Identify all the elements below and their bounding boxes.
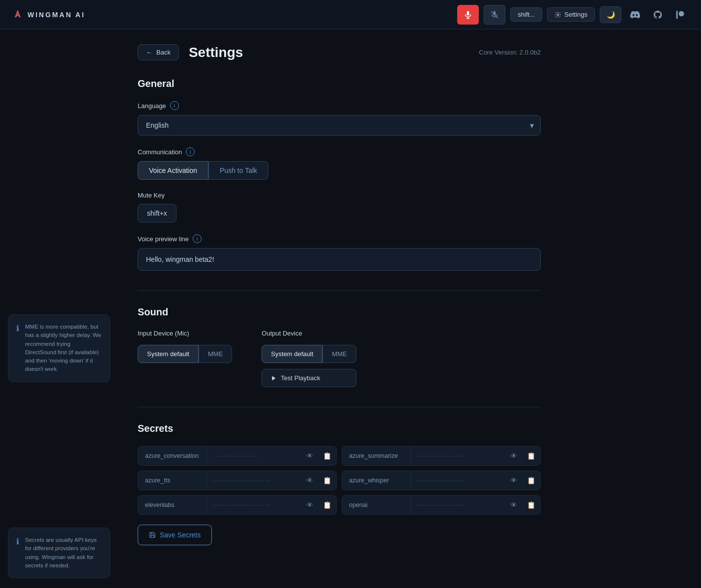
svg-marker-10 xyxy=(272,376,276,380)
logo-text: WINGMAN AI xyxy=(28,11,85,19)
theme-toggle[interactable]: 🌙 xyxy=(600,6,621,23)
shortcut-button[interactable]: shift... xyxy=(510,7,542,22)
communication-info-icon[interactable]: i xyxy=(186,147,195,156)
secret-eye-elevenlabs[interactable]: 👁 xyxy=(301,496,318,514)
secret-copy-openai[interactable]: 📋 xyxy=(522,496,540,514)
sound-devices-grid: Input Device (Mic) System default MME Ou… xyxy=(138,330,541,387)
output-device-label: Output Device xyxy=(262,330,356,337)
input-device-col: Input Device (Mic) System default MME xyxy=(138,330,232,387)
secret-copy-azure-tts[interactable]: 📋 xyxy=(318,471,336,490)
settings-label: Settings xyxy=(564,11,587,18)
voice-preview-label: Voice preview line i xyxy=(138,234,541,243)
mute-key-field-group: Mute Key shift+x xyxy=(138,192,541,223)
secrets-grid: azure_conversation ·················· 👁 … xyxy=(138,446,541,515)
input-system-default-button[interactable]: System default xyxy=(138,345,199,363)
mute-key-label: Mute Key xyxy=(138,192,541,199)
push-to-talk-button[interactable]: Push to Talk xyxy=(208,161,268,180)
secret-row-openai: openai ·················· 👁 📋 xyxy=(342,495,541,515)
output-device-col: Output Device System default MME Test Pl… xyxy=(262,330,356,387)
save-icon xyxy=(149,532,156,538)
version-text: Core Version: 2.0.0b2 xyxy=(479,49,541,56)
svg-rect-2 xyxy=(467,11,469,15)
language-field-group: Language i English ▾ xyxy=(138,101,541,136)
github-icon xyxy=(653,10,663,20)
sound-section-title: Sound xyxy=(138,307,541,318)
secrets-section: Secrets azure_conversation ·············… xyxy=(138,423,541,545)
secret-key-openai: openai xyxy=(342,496,411,514)
sound-section: Sound Input Device (Mic) System default … xyxy=(138,307,541,387)
secret-row-azure-summarize: azure_summarize ·················· 👁 📋 xyxy=(342,446,541,466)
mic-icon xyxy=(464,10,472,19)
secret-row-elevenlabs: elevenlabs ······················ 👁 📋 xyxy=(138,495,337,515)
sound-tooltip-text: MME is more compatible, but has a slight… xyxy=(25,323,102,374)
secret-copy-azure-conversation[interactable]: 📋 xyxy=(318,447,336,465)
secret-key-elevenlabs: elevenlabs xyxy=(138,496,207,514)
theme-icon: 🌙 xyxy=(607,11,615,19)
secret-dots-azure-tts: ······················ xyxy=(207,471,301,490)
voice-preview-field-group: Voice preview line i xyxy=(138,234,541,271)
secrets-tooltip-icon: ℹ xyxy=(16,537,19,546)
output-mme-button[interactable]: MME xyxy=(322,345,356,363)
mute-button[interactable] xyxy=(484,5,505,25)
header-controls: shift... Settings 🌙 xyxy=(457,5,689,25)
back-label: Back xyxy=(156,49,171,56)
communication-label: Communication i xyxy=(138,147,541,156)
discord-icon xyxy=(630,10,640,20)
secret-eye-azure-conversation[interactable]: 👁 xyxy=(301,447,318,465)
play-icon xyxy=(271,375,277,381)
svg-point-7 xyxy=(557,14,559,16)
secret-row-azure-conversation: azure_conversation ·················· 👁 … xyxy=(138,446,337,466)
communication-toggle-group: Voice Activation Push to Talk xyxy=(138,161,541,180)
discord-button[interactable] xyxy=(626,6,644,24)
secret-eye-azure-whisper[interactable]: 👁 xyxy=(505,471,522,490)
input-device-toggle-group: System default MME xyxy=(138,345,232,363)
sound-tooltip-card: ℹ MME is more compatible, but has a slig… xyxy=(8,314,110,382)
settings-button[interactable]: Settings xyxy=(547,7,595,22)
voice-activation-button[interactable]: Voice Activation xyxy=(138,161,208,180)
sound-secrets-divider xyxy=(138,407,541,407)
secret-copy-azure-summarize[interactable]: 📋 xyxy=(522,447,540,465)
logo: WINGMAN AI xyxy=(12,9,451,21)
logo-icon xyxy=(12,9,24,21)
secret-key-azure-tts: azure_tts xyxy=(138,471,207,490)
language-label: Language i xyxy=(138,101,541,110)
secret-dots-azure-whisper: ·················· xyxy=(411,471,505,490)
main-layout: ℹ MME is more compatible, but has a slig… xyxy=(0,29,701,588)
secret-key-azure-summarize: azure_summarize xyxy=(342,447,411,465)
general-sound-divider xyxy=(138,290,541,291)
settings-content: ← Back Settings Core Version: 2.0.0b2 Ge… xyxy=(118,29,560,588)
page-title: Settings xyxy=(189,45,243,60)
secret-row-azure-tts: azure_tts ······················ 👁 📋 xyxy=(138,471,337,490)
back-button[interactable]: ← Back xyxy=(138,44,179,60)
secret-dots-azure-summarize: ·················· xyxy=(411,447,505,465)
sidebar: ℹ MME is more compatible, but has a slig… xyxy=(0,29,118,588)
secret-copy-elevenlabs[interactable]: 📋 xyxy=(318,496,336,514)
secret-dots-elevenlabs: ······················ xyxy=(207,496,301,514)
secrets-tooltip-card: ℹ Secrets are usually API keys for diffe… xyxy=(8,528,110,578)
header: WINGMAN AI shift... Settings xyxy=(0,0,701,29)
input-mme-button[interactable]: MME xyxy=(199,345,232,363)
save-secrets-label: Save Secrets xyxy=(160,531,201,539)
svg-rect-9 xyxy=(676,10,678,19)
github-button[interactable] xyxy=(649,6,667,24)
microphone-button[interactable] xyxy=(457,5,479,25)
output-system-default-button[interactable]: System default xyxy=(262,345,322,363)
save-secrets-button[interactable]: Save Secrets xyxy=(138,525,212,545)
secrets-section-title: Secrets xyxy=(138,423,541,434)
secrets-tooltip-text: Secrets are usually API keys for differe… xyxy=(25,536,102,570)
page-title-group: ← Back Settings xyxy=(138,44,243,60)
input-device-label: Input Device (Mic) xyxy=(138,330,232,337)
secret-eye-azure-summarize[interactable]: 👁 xyxy=(505,447,522,465)
communication-field-group: Communication i Voice Activation Push to… xyxy=(138,147,541,180)
test-playback-button[interactable]: Test Playback xyxy=(262,369,356,387)
language-select[interactable]: English xyxy=(138,115,541,136)
language-info-icon[interactable]: i xyxy=(170,101,179,110)
patreon-icon xyxy=(675,10,685,20)
voice-preview-info-icon[interactable]: i xyxy=(193,234,202,243)
patreon-button[interactable] xyxy=(672,6,689,24)
mute-key-button[interactable]: shift+x xyxy=(138,204,176,223)
secret-copy-azure-whisper[interactable]: 📋 xyxy=(522,471,540,490)
secret-eye-openai[interactable]: 👁 xyxy=(505,496,522,514)
secret-eye-azure-tts[interactable]: 👁 xyxy=(301,471,318,490)
voice-preview-input[interactable] xyxy=(138,248,541,271)
